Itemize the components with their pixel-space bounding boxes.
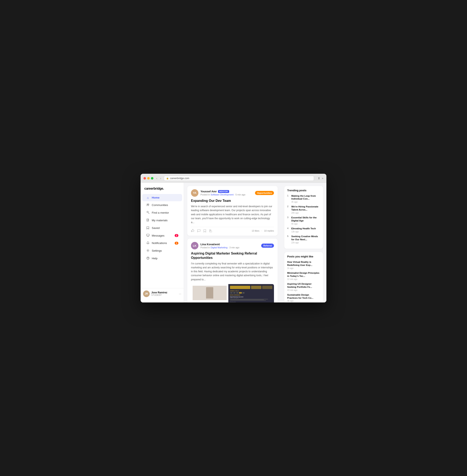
user-role: STUDENT <box>151 294 177 296</box>
trending-num-3: 3 <box>287 216 290 218</box>
post-1-avatar: YA <box>191 189 198 197</box>
might-like-item-3[interactable]: Aspiring UX Designer Seeking Portfolio F… <box>287 282 320 291</box>
trending-item-4[interactable]: 4 Elevating Health Tech 13h ago <box>287 227 320 233</box>
sidebar-nav: ⌂ Home Communities <box>141 194 184 262</box>
sidebar-item-my-materials[interactable]: My materials <box>142 217 182 224</box>
post-2-author: Lina Kovačević <box>200 243 220 246</box>
close-button[interactable] <box>143 177 146 179</box>
post-1-like-button[interactable] <box>191 229 194 232</box>
sidebar-item-label-find-mentor: Find a mentor <box>152 211 169 214</box>
my-materials-icon <box>146 218 150 222</box>
post-1-likes: 13 likes <box>252 230 259 232</box>
sidebar-item-label-notifications: Notifications <box>152 242 167 245</box>
might-like-item-4[interactable]: Sustainable Design Practices for Tech Co… <box>287 293 320 302</box>
notifications-badge: 1 <box>175 242 178 245</box>
trending-num-5: 5 <box>287 235 290 237</box>
sidebar-item-label-my-materials: My materials <box>152 219 168 222</box>
post-1-comment-button[interactable] <box>197 229 200 232</box>
address-bar[interactable]: 🔒 careerbridge.com <box>164 176 314 181</box>
post-1-author-row: Youssef Amr MENTOR <box>200 190 253 193</box>
post-1-tag[interactable]: Opportunities <box>255 191 274 195</box>
might-like-card: Posts you might like How Virtual Reality… <box>284 252 323 302</box>
trending-title-2: We're Hiring Passionate Talent Acros... <box>291 205 320 211</box>
find-mentor-icon <box>146 211 150 215</box>
post-1-category-link[interactable]: Software Development <box>211 193 234 196</box>
trending-content-2: We're Hiring Passionate Talent Acros... … <box>291 205 320 214</box>
might-like-title-4: Sustainable Design Practices for Tech Co… <box>287 293 320 299</box>
svg-point-0 <box>147 204 148 205</box>
svg-point-7 <box>148 259 148 259</box>
trending-title-4: Elevating Health Tech <box>291 227 320 230</box>
post-2-body: I'm currently completing my final semest… <box>191 262 274 282</box>
trending-item-5[interactable]: 5 Seeking Creative Minds for Our Next...… <box>287 235 320 244</box>
messages-icon <box>146 234 150 237</box>
post-1-stats: 13 likes · 10 replies <box>252 230 274 232</box>
post-2-author-row: Lina Kovačević <box>200 243 259 246</box>
post-1-footer: 13 likes · 10 replies <box>191 227 274 232</box>
post-2-image: Angela Lawson bundlar.coffee.corp About … <box>191 284 274 302</box>
traffic-lights <box>143 177 153 179</box>
sidebar-item-label-help: Help <box>152 257 157 260</box>
sidebar-item-saved[interactable]: Saved <box>142 224 182 232</box>
browser-window: ‹ › 🔒 careerbridge.com ⬆ + careerbridge.… <box>141 174 326 302</box>
trending-time-1: 3h ago <box>291 201 320 203</box>
url-text: careerbridge.com <box>170 177 189 180</box>
user-info: Jose Ramirez STUDENT <box>151 291 177 296</box>
might-like-item-2[interactable]: Minimalist Design Principles in Today's … <box>287 272 320 280</box>
might-like-item-1[interactable]: How Virtual Reality is Redefining User E… <box>287 260 320 269</box>
sidebar-item-label-communities: Communities <box>152 204 168 207</box>
maximize-button[interactable] <box>151 177 153 179</box>
browser-chrome: ‹ › 🔒 careerbridge.com ⬆ + <box>141 174 326 183</box>
might-like-title: Posts you might like <box>287 255 320 258</box>
trending-item-3[interactable]: 3 Essential Skills for the Digital Age 5… <box>287 216 320 225</box>
post-2-tag[interactable]: Referral <box>261 244 274 248</box>
logo: careerbridge. <box>141 186 184 194</box>
trending-item-2[interactable]: 2 We're Hiring Passionate Talent Acros..… <box>287 205 320 214</box>
post-1-share-button[interactable] <box>209 229 212 232</box>
trending-content-4: Elevating Health Tech 13h ago <box>291 227 320 233</box>
sidebar-item-communities[interactable]: Communities <box>142 202 182 209</box>
share-button[interactable]: ⬆ <box>318 177 320 180</box>
post-1-title: Expanding Our Dev Team <box>191 199 274 203</box>
post-1-location: Posted in Software Development · 5 min a… <box>200 193 253 196</box>
sidebar-item-settings[interactable]: Settings <box>142 247 182 255</box>
notifications-icon <box>146 241 150 245</box>
user-more-button[interactable]: ··· <box>179 292 181 295</box>
sidebar-item-label-home: Home <box>152 196 160 199</box>
trending-num-4: 4 <box>287 227 290 230</box>
trending-num-2: 2 <box>287 205 290 208</box>
sidebar-item-messages[interactable]: Messages 2 <box>142 232 182 239</box>
trending-time-2: 20h ago <box>291 212 320 214</box>
minimize-button[interactable] <box>147 177 150 179</box>
might-like-title-1: How Virtual Reality is Redefining User E… <box>287 260 320 267</box>
might-like-title-2: Minimalist Design Principles in Today's … <box>287 272 320 278</box>
trending-item-1[interactable]: 1 Making the Leap from Individual Con...… <box>287 194 320 203</box>
sidebar-item-home[interactable]: ⌂ Home <box>142 194 182 201</box>
back-button[interactable]: ‹ <box>156 176 158 180</box>
post-2-header: LK Lina Kovačević Posted in Digital Mark… <box>191 242 274 249</box>
might-like-time-1: 1h ago <box>287 267 320 269</box>
user-avatar: JR <box>143 290 150 297</box>
trending-content-3: Essential Skills for the Digital Age 5h … <box>291 216 320 225</box>
post-2-time: 3 min ago <box>229 246 239 249</box>
new-tab-button[interactable]: + <box>322 177 324 180</box>
forward-button[interactable]: › <box>159 176 162 180</box>
sidebar-item-notifications[interactable]: Notifications 1 <box>142 239 182 247</box>
resume-page-1: Angela Lawson bundlar.coffee.corp About … <box>191 284 228 302</box>
user-initials: JR <box>145 292 148 295</box>
post-1-replies: 10 replies <box>264 230 274 232</box>
post-1-save-button[interactable] <box>203 229 206 232</box>
right-panel: Trending posts 1 Making the Leap from In… <box>281 183 326 302</box>
communities-icon <box>146 203 150 207</box>
sidebar-item-find-mentor[interactable]: Find a mentor <box>142 209 182 217</box>
main-feed: YA Youssef Amr MENTOR Posted in Software… <box>184 183 281 302</box>
post-2-meta: Lina Kovačević Posted in Digital Marketi… <box>200 243 259 249</box>
might-like-time-4: 3h ago <box>287 300 320 302</box>
post-card-2: LK Lina Kovačević Posted in Digital Mark… <box>187 239 278 302</box>
sidebar: careerbridge. ⌂ Home Commun <box>141 183 184 302</box>
post-2-category-link[interactable]: Digital Marketing <box>211 246 228 249</box>
post-1-meta: Youssef Amr MENTOR Posted in Software De… <box>200 190 253 196</box>
trending-time-5: 22h ago <box>291 242 320 244</box>
sidebar-item-help[interactable]: Help <box>142 255 182 262</box>
trending-title: Trending posts <box>287 189 320 192</box>
